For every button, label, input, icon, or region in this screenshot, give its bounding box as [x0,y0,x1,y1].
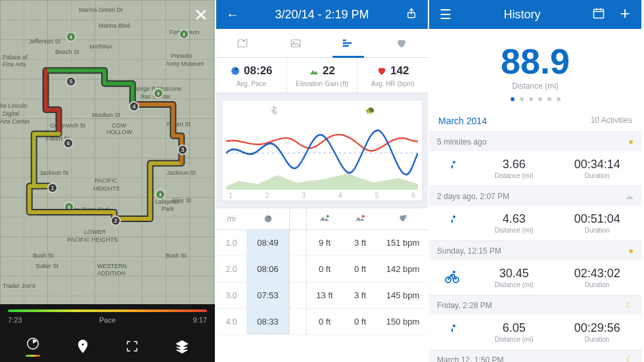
pace-mode-button[interactable] [24,337,42,355]
add-icon[interactable]: + [616,7,633,23]
section-count: 10 Activities [591,116,632,126]
svg-point-20 [453,271,455,273]
stat-pace-label: Avg. Pace [220,80,283,87]
history-row-header: 5 minutes ago● [429,132,641,151]
rabbit-icon: 🐇 [269,106,279,115]
weather-icon: ● [628,137,633,147]
svg-point-5 [293,41,294,42]
history-section-header: March 2014 10 Activities [429,110,641,131]
split-bpm: 145 bpm [378,290,428,300]
history-distance: 4.63Distance (mi) [472,212,556,234]
fullscreen-button[interactable] [123,337,141,355]
split-pace: 08:06 [246,256,290,282]
split-dash [290,283,307,308]
turtle-icon: 🐢 [365,106,375,115]
chart-x-ticks: 123456 [226,190,418,199]
weather-icon: ☁ [625,191,633,201]
svg-point-17 [453,215,455,218]
split-mi: 2.0 [216,265,246,274]
close-icon[interactable]: ✕ [194,5,208,26]
history-duration: 00:34:14Duration [556,158,639,179]
hero-value: 88.9 [429,43,641,79]
route-map[interactable]: Marina Green DrMarina BlvdFort MasonJeff… [0,0,215,304]
history-row[interactable]: Friday, 2:28 PM☾ 6.05Distance (mi) 00:29… [429,295,641,350]
weather-icon: ● [628,246,633,256]
splits-rows: 1.008:499 ft3 ft151 bpm2.008:060 ft0 ft1… [216,230,428,335]
layers-button[interactable] [173,337,191,355]
pace-min: 7:23 [8,316,22,324]
tab-map[interactable] [216,29,269,57]
split-row[interactable]: 4.008:330 ft0 ft150 bpm [216,309,428,335]
share-icon[interactable] [403,7,420,23]
svg-rect-6 [343,39,346,41]
svg-point-13 [362,215,365,217]
history-hero[interactable]: 88.9 Distance (mi) [429,29,641,110]
chart-annotations: 🐇 🐢 [226,106,418,115]
split-pace: 08:33 [246,309,290,334]
stat-hr-value: 142 [390,64,409,78]
svg-rect-7 [343,42,352,44]
pace-icon [230,66,241,76]
split-pace: 08:49 [246,230,290,256]
pace-label: Pace [99,316,116,324]
split-bpm: 151 bpm [378,238,428,248]
split-row[interactable]: 1.008:499 ft3 ft151 bpm [216,230,428,256]
history-title: History [454,8,590,22]
history-duration: 02:43:02Duration [556,267,639,288]
history-pane: ☰ History + 88.9 Distance (mi) March 201… [429,0,643,362]
history-distance: 30.45Distance (mi) [472,267,556,288]
stat-pace: 08:26 Avg. Pace [216,58,287,93]
x-tick: 5 [375,192,379,199]
splits-header: mi [216,208,428,230]
split-elev-down: 0 ft [342,264,378,274]
split-mi: 1.0 [216,238,246,248]
back-icon[interactable]: ← [224,7,241,22]
split-elev-up: 13 ft [307,290,342,300]
split-row[interactable]: 3.007:5313 ft3 ft145 bpm [216,283,428,309]
location-button[interactable] [74,337,92,355]
stat-elevation: 22 Elevation Gain (ft) [287,58,358,93]
split-bpm: 142 bpm [378,264,428,274]
workout-chart[interactable]: 🐇 🐢 123456 [221,100,423,201]
split-mi: 3.0 [216,291,246,300]
tab-charts[interactable] [322,29,375,57]
history-row[interactable]: 5 minutes ago● 3.66Distance (mi) 00:34:1… [429,131,641,186]
map-toolbar [8,330,207,362]
split-elev-up: 0 ft [307,317,342,327]
history-list[interactable]: 5 minutes ago● 3.66Distance (mi) 00:34:1… [429,131,641,362]
menu-icon[interactable]: ☰ [437,7,454,22]
history-row-body: 6.05Distance (mi) 00:29:56Duration [429,315,641,350]
page-dot[interactable] [511,97,515,101]
page-dot[interactable] [547,97,551,101]
summary-stats: 08:26 Avg. Pace 22 Elevation Gain (ft) 1… [216,58,428,93]
split-elev-up: 9 ft [307,238,342,248]
heart-icon [377,66,387,76]
weather-icon: ☾ [626,300,633,310]
pace-gradient [8,309,207,312]
stat-elev-value: 22 [323,64,335,78]
page-dot[interactable] [529,97,533,101]
split-dash [290,256,307,282]
col-hr-icon [378,214,428,225]
split-dash [290,230,307,256]
history-row-header: 2 days ago, 2:07 PM☁ [429,187,641,206]
history-row[interactable]: Sunday, 12:15 PM● 30.45Distance (mi) 02:… [429,240,641,295]
tab-heart[interactable] [375,29,428,57]
split-row[interactable]: 2.008:060 ft0 ft142 bpm [216,256,428,283]
col-pace-icon [246,208,290,229]
tab-photos[interactable] [269,29,323,57]
calendar-icon[interactable] [590,7,607,23]
split-bpm: 150 bpm [378,317,428,327]
history-row[interactable]: March 12, 1:50 PM☾ [429,350,641,362]
workout-pane: ← 3/20/14 - 2:19 PM 08:26 Avg. Pace 22 E… [216,0,429,362]
map-pane: Marina Green DrMarina BlvdFort MasonJeff… [0,0,216,362]
svg-rect-4 [291,39,300,47]
activity-icon [432,269,472,287]
pace-max: 9:17 [193,316,207,324]
page-dot[interactable] [520,97,524,101]
history-row[interactable]: 2 days ago, 2:07 PM☁ 4.63Distance (mi) 0… [429,186,641,240]
split-elev-down: 3 ft [342,238,378,248]
page-dot[interactable] [557,97,561,101]
svg-point-21 [453,325,455,327]
page-dot[interactable] [538,97,542,101]
